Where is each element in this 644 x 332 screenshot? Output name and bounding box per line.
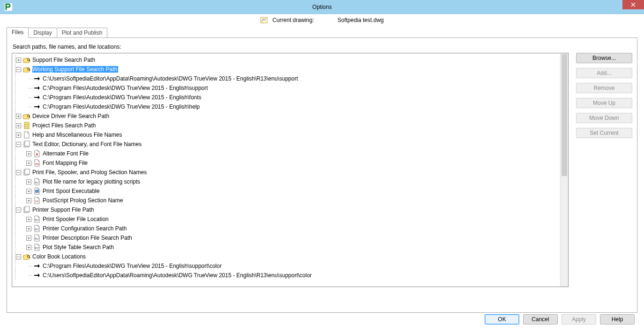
expand-icon[interactable]: +	[16, 58, 21, 63]
tree-node-label: Color Book Locations	[32, 253, 87, 260]
tree-node[interactable]: +Plot file name for legacy plotting scri…	[15, 177, 560, 186]
file-stack-icon	[23, 169, 30, 176]
expand-icon[interactable]: +	[26, 161, 31, 166]
collapse-icon[interactable]: −	[16, 207, 21, 213]
tree-scroll[interactable]: +Support File Search Path−Working Suppor…	[12, 53, 560, 287]
collapse-icon[interactable]: −	[16, 67, 21, 72]
browse--button[interactable]: Browse...	[576, 53, 632, 63]
path-arrow-icon	[33, 262, 41, 270]
tree-node-label: PostScript Prolog Section Name	[43, 197, 124, 204]
path-arrow-icon	[33, 75, 41, 82]
tree-node[interactable]: +Font Mapping File	[15, 158, 560, 168]
current-drawing-row: Current drawing: Softpedia test.dwg	[4, 14, 640, 26]
folder-search-open-icon	[23, 253, 30, 260]
tree-node[interactable]: C:\Program Files\Autodesk\DWG TrueView 2…	[15, 93, 560, 102]
move-up-button: Move Up	[576, 98, 632, 108]
tree-node[interactable]: +PostScript Prolog Section Name	[15, 196, 560, 205]
expand-icon[interactable]: +	[26, 151, 31, 156]
apply-button: Apply	[562, 314, 596, 325]
add--button: Add...	[576, 68, 632, 78]
tree-node[interactable]: +Print Spool Executable	[15, 186, 560, 196]
tree-node-label: C:\Program Files\Autodesk\DWG TrueView 2…	[43, 85, 209, 91]
cancel-button[interactable]: Cancel	[523, 314, 558, 325]
tree-node-label: Plot file name for legacy plotting scrip…	[43, 178, 141, 185]
tree-node-label: Project Files Search Path	[32, 122, 97, 129]
folder-search-open-icon	[23, 112, 30, 120]
close-button[interactable]	[622, 0, 644, 9]
tree-node[interactable]: +Print Spooler File Location	[15, 214, 560, 224]
expand-icon[interactable]: +	[26, 226, 31, 231]
tree-node-label: Text Editor, Dictionary, and Font File N…	[32, 141, 142, 148]
current-drawing-value: Softpedia test.dwg	[337, 17, 384, 23]
tree-node-label: Support File Search Path	[32, 57, 96, 63]
tree-node[interactable]: −Printer Support File Path	[15, 205, 560, 214]
expand-icon[interactable]: +	[16, 114, 21, 119]
tree-node[interactable]: −Working Support File Search Path	[15, 65, 560, 74]
file-icon	[23, 131, 30, 139]
path-tree[interactable]: +Support File Search Path−Working Suppor…	[15, 55, 560, 280]
tree-node[interactable]: +Support File Search Path	[15, 55, 560, 65]
help-button[interactable]: Help	[600, 314, 635, 325]
tree-node[interactable]: +Plot Style Table Search Path	[15, 243, 560, 252]
tree-node[interactable]: −Print File, Spooler, and Prolog Section…	[15, 168, 560, 177]
tree-node[interactable]: +Printer Configuration Search Path	[15, 224, 560, 233]
current-drawing-label: Current drawing:	[272, 17, 314, 23]
tree-node[interactable]: −Color Book Locations	[15, 252, 560, 261]
tree-node[interactable]: −Text Editor, Dictionary, and Font File …	[15, 140, 560, 149]
remove-button: Remove	[576, 83, 632, 93]
file-cabinet-icon	[23, 122, 30, 129]
expand-icon[interactable]: +	[16, 123, 21, 128]
plt-file-icon	[33, 178, 41, 185]
path-arrow-icon	[33, 84, 41, 92]
tree-node[interactable]: +Alternate Font File	[15, 149, 560, 158]
tree-node[interactable]: +Project Files Search Path	[15, 121, 560, 130]
dwg-icon	[260, 16, 268, 24]
window-title: Options	[0, 4, 644, 10]
tree-node[interactable]: C:\Program Files\Autodesk\DWG TrueView 2…	[15, 83, 560, 93]
folder-search-open-icon	[23, 56, 30, 64]
expand-icon[interactable]: +	[26, 189, 31, 194]
expand-icon[interactable]: +	[26, 198, 31, 203]
collapse-icon[interactable]: −	[16, 142, 21, 147]
tree-node[interactable]: C:\Users\SoftpediaEditor\AppData\Roaming…	[15, 74, 560, 83]
tree-node-label: C:\Users\SoftpediaEditor\AppData\Roaming…	[43, 272, 313, 279]
font-file-icon	[33, 150, 41, 157]
plt-file-icon	[33, 234, 41, 242]
tree-node-label: Printer Configuration Search Path	[43, 225, 127, 232]
tab-files[interactable]: Files	[7, 27, 29, 38]
tab-plot-and-publish[interactable]: Plot and Publish	[57, 28, 108, 38]
path-arrow-icon	[33, 94, 41, 101]
collapse-icon[interactable]: −	[16, 170, 21, 175]
tree-node[interactable]: +Help and Miscellaneous File Names	[15, 130, 560, 140]
tree-node[interactable]: C:\Users\SoftpediaEditor\AppData\Roaming…	[15, 271, 560, 280]
collapse-icon[interactable]: −	[16, 254, 21, 259]
expand-icon[interactable]: +	[16, 133, 21, 138]
expand-icon[interactable]: +	[26, 245, 31, 250]
vertical-scrollbar[interactable]	[560, 53, 568, 287]
expand-icon[interactable]: +	[26, 236, 31, 241]
ok-button[interactable]: OK	[485, 314, 519, 325]
tree-node[interactable]: C:\Program Files\Autodesk\DWG TrueView 2…	[15, 261, 560, 271]
plt-file-icon	[33, 215, 41, 223]
tree-node-label: Print File, Spooler, and Prolog Section …	[32, 169, 148, 176]
move-down-button: Move Down	[576, 113, 632, 123]
close-icon	[631, 2, 636, 7]
tree-node-label: Working Support File Search Path	[32, 66, 118, 73]
exe-file-icon	[33, 187, 41, 195]
expand-icon[interactable]: +	[26, 217, 31, 222]
folder-search-open-icon	[23, 66, 30, 73]
plt-file-icon	[33, 243, 41, 251]
tree-node[interactable]: C:\Program Files\Autodesk\DWG TrueView 2…	[15, 102, 560, 111]
path-arrow-icon	[33, 272, 41, 279]
app-icon	[2, 0, 15, 14]
tab-display[interactable]: Display	[28, 28, 57, 38]
side-buttons: Browse...Add...RemoveMove UpMove DownSet…	[576, 53, 632, 287]
title-bar: Options	[0, 0, 644, 14]
tree-node[interactable]: +Printer Description File Search Path	[15, 233, 560, 243]
tab-strip: FilesDisplayPlot and Publish	[4, 27, 640, 37]
file-stack-icon	[23, 206, 30, 214]
tree-node-label: Alternate Font File	[43, 150, 90, 157]
tree-node[interactable]: +Device Driver File Search Path	[15, 111, 560, 121]
expand-icon[interactable]: +	[26, 179, 31, 184]
scroll-thumb[interactable]	[562, 54, 567, 176]
